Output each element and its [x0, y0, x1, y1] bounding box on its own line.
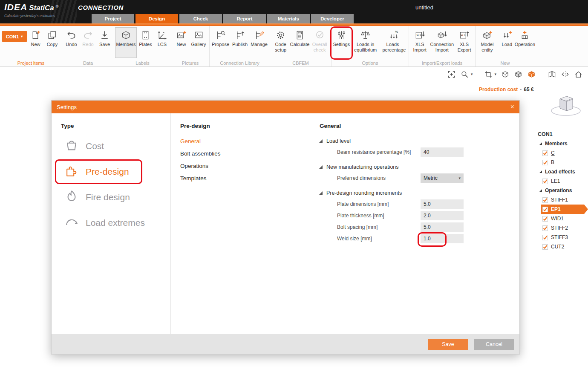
settings-type-fire-design[interactable]: Fire design — [52, 185, 170, 210]
chevron-down-icon[interactable]: ▾ — [494, 72, 496, 76]
setting-input-beam-resistance-percentage[interactable]: 40 — [421, 147, 464, 157]
tree-item-wid1[interactable]: WID1 — [541, 214, 588, 223]
tree-item-cut2[interactable]: CUT2 — [541, 242, 588, 251]
xls-export-button[interactable]: XLSXLS Export — [454, 27, 475, 58]
home-view-icon[interactable] — [574, 69, 583, 79]
setting-input-bolt-spacing-mm[interactable]: 5.0 — [421, 222, 464, 232]
tab-check[interactable]: Check — [179, 14, 222, 23]
button-label: XLS Import — [411, 42, 429, 52]
calculate-button[interactable]: Calculate — [291, 27, 308, 58]
checkbox-checked-icon[interactable] — [542, 197, 548, 203]
checkbox-checked-icon[interactable] — [542, 179, 548, 184]
settings-section-general[interactable]: General — [171, 135, 310, 147]
checkbox-checked-icon[interactable] — [542, 235, 548, 240]
tab-project[interactable]: Project — [92, 14, 134, 23]
view-solid-orange-icon[interactable] — [527, 69, 536, 79]
settings-row: Beam resistance percentage [%]40 — [310, 146, 519, 158]
settings-section-templates[interactable]: Templates — [171, 172, 310, 185]
setting-input-weld-size-mm[interactable]: 1.0 — [421, 234, 464, 243]
gallery-button[interactable]: Gallery — [190, 27, 208, 58]
tree-item-ep1[interactable]: EP1 — [541, 205, 588, 214]
setting-input-plate-dimensions-mm[interactable]: 5.0 — [421, 199, 464, 209]
checkbox-checked-icon[interactable] — [542, 207, 548, 212]
cancel-button[interactable]: Cancel — [474, 339, 514, 350]
settings-type-label: Cost — [86, 141, 104, 151]
tree-root[interactable]: CON1 — [533, 130, 588, 139]
setting-label: Bolt spacing [mm] — [337, 224, 421, 230]
publish-button[interactable]: Publish — [231, 27, 249, 58]
lcs-button[interactable]: LCS — [154, 27, 170, 58]
settings-section-bolt-assemblies[interactable]: Bolt assemblies — [171, 147, 310, 160]
settings-group-header[interactable]: Load level — [310, 136, 519, 146]
load-button[interactable]: Load — [499, 27, 515, 58]
settings-type-cost[interactable]: Cost — [52, 133, 170, 159]
setting-value: 40 — [424, 149, 429, 155]
tree-item-stiff3[interactable]: STIFF3 — [541, 233, 588, 242]
settings-type-load-extremes[interactable]: Load extremes — [52, 210, 170, 236]
tree-item-le1[interactable]: LE1 — [541, 176, 588, 186]
tree-item-c[interactable]: C — [541, 148, 588, 158]
settings-section-operations[interactable]: Operations — [171, 160, 310, 172]
manage-button[interactable]: Manage — [249, 27, 269, 58]
members-cube-icon — [121, 28, 131, 42]
view-shaded-icon[interactable] — [513, 69, 523, 79]
close-icon[interactable]: × — [510, 104, 514, 110]
view-wireframe-icon[interactable] — [500, 69, 510, 79]
tree-group-load-effects[interactable]: Load effects — [533, 167, 588, 176]
settings-group-header[interactable]: New manufacturing operations — [310, 162, 519, 172]
model-entity-button[interactable]: Model entity — [476, 27, 499, 58]
zoom-extents-icon[interactable] — [447, 69, 456, 79]
settings-type-pre-design[interactable]: Pre-design — [52, 159, 170, 185]
zoom-search-icon[interactable] — [460, 69, 470, 79]
tab-design[interactable]: Design — [135, 14, 178, 23]
settings-button[interactable]: Settings — [332, 27, 351, 58]
connection-import-button[interactable]: Connection Import — [430, 27, 453, 58]
setting-label: Plate thickness [mm] — [337, 213, 421, 219]
checkbox-checked-icon[interactable] — [542, 160, 548, 165]
propose-button[interactable]: Propose — [210, 27, 231, 58]
new-button[interactable]: New — [173, 27, 190, 58]
save-button[interactable]: Save — [97, 27, 113, 58]
ribbon-tabs: ProjectDesignCheckReportMaterialsDevelop… — [92, 14, 354, 23]
picture-new-icon — [176, 28, 187, 42]
tree-group-operations[interactable]: Operations — [533, 186, 588, 195]
tree-item-stiff1[interactable]: STIFF1 — [541, 195, 588, 205]
checkbox-checked-icon[interactable] — [542, 225, 548, 231]
logo-idea: IDEA — [4, 2, 27, 12]
model-th[interactable] — [547, 94, 585, 119]
plates-view-icon[interactable] — [547, 69, 556, 79]
checkbox-checked-icon[interactable] — [542, 216, 548, 222]
save-button[interactable]: Save — [428, 339, 468, 350]
checkbox-checked-icon[interactable] — [542, 150, 548, 156]
new-button[interactable]: New — [28, 27, 44, 58]
symmetry-view-icon[interactable] — [560, 69, 570, 79]
tab-materials[interactable]: Materials — [267, 14, 310, 23]
settings-group-header[interactable]: Pre-design rounding increments — [310, 188, 519, 198]
tree-item-stiff2[interactable]: STIFF2 — [541, 223, 588, 233]
code-setup-button[interactable]: Code setup — [271, 27, 291, 58]
overall-check-button: Overall check — [308, 27, 331, 58]
undo-button[interactable]: Undo — [63, 27, 80, 58]
plates-button[interactable]: Plates — [137, 27, 153, 58]
members-button[interactable]: Members — [115, 27, 137, 58]
chevron-down-icon[interactable]: ▾ — [471, 72, 473, 76]
section-clip-icon[interactable] — [484, 69, 493, 79]
checkbox-checked-icon[interactable] — [542, 244, 548, 250]
dialog-titlebar[interactable]: Settings × — [52, 101, 519, 113]
loads-in-equilibrium-button[interactable]: Loads in equilibrium — [352, 27, 380, 58]
viewport[interactable]: ▾▾ Production cost - 65 € CON1 MembersCB… — [0, 67, 588, 372]
loads-percentage-button[interactable]: %Loads - percentage — [380, 27, 408, 58]
expander-icon — [539, 142, 542, 145]
operation-button[interactable]: Operation — [516, 27, 534, 58]
xls-import-button[interactable]: XLSXLS Import — [409, 27, 430, 58]
setting-select-preferred-dimensions[interactable]: Metric▾ — [421, 173, 464, 183]
project-item-selector[interactable]: CON1▾ — [2, 31, 27, 42]
tab-report[interactable]: Report — [223, 14, 266, 23]
setting-input-plate-thickness-mm[interactable]: 2.0 — [421, 211, 464, 220]
settings-group-label: Pre-design rounding increments — [326, 190, 402, 196]
tree-group-members[interactable]: Members — [533, 139, 588, 148]
tab-developer[interactable]: Developer — [311, 14, 354, 23]
tree-item-b[interactable]: B — [541, 158, 588, 167]
copy-button[interactable]: Copy — [44, 27, 61, 58]
button-label: Loads in equilibrium — [353, 42, 378, 52]
